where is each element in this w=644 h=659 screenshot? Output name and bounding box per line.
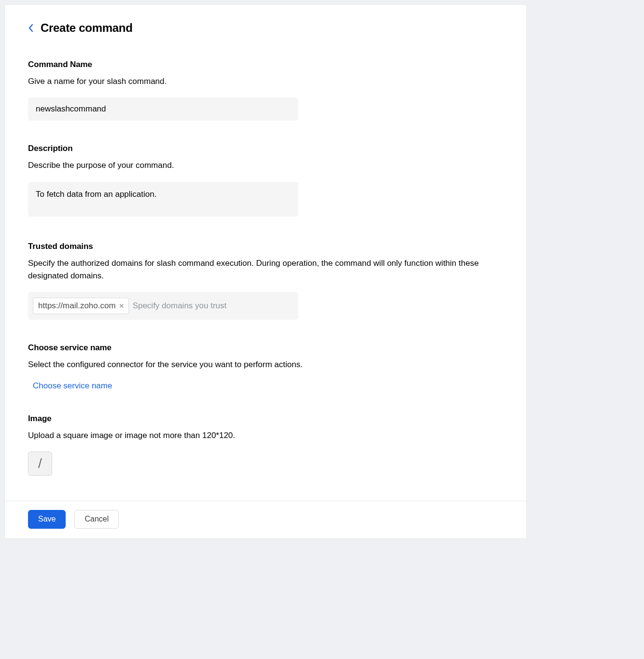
field-image: Image Upload a square image or image not… (28, 414, 503, 476)
close-icon[interactable]: ✕ (119, 302, 125, 309)
description-input[interactable] (28, 182, 298, 217)
domain-chip-text: https://mail.zoho.com (38, 301, 116, 311)
page-title: Create command (41, 21, 133, 35)
command-name-label: Command Name (28, 60, 503, 69)
description-help: Describe the purpose of your command. (28, 159, 503, 172)
description-label: Description (28, 144, 503, 153)
command-name-help: Give a name for your slash command. (28, 75, 503, 88)
save-button[interactable]: Save (28, 510, 66, 529)
back-chevron-icon[interactable] (28, 24, 34, 32)
field-command-name: Command Name Give a name for your slash … (28, 60, 503, 121)
service-label: Choose service name (28, 343, 503, 353)
trusted-domains-label: Trusted domains (28, 242, 503, 251)
image-upload-box[interactable]: / (28, 452, 52, 476)
create-command-panel: Create command Command Name Give a name … (5, 5, 526, 538)
panel-header: Create command (28, 21, 503, 35)
trusted-domains-input-wrap[interactable]: https://mail.zoho.com ✕ (28, 292, 298, 320)
field-service-name: Choose service name Select the configure… (28, 343, 503, 390)
domain-chip: https://mail.zoho.com ✕ (33, 298, 129, 314)
image-help: Upload a square image or image not more … (28, 429, 503, 442)
command-name-input[interactable] (28, 97, 298, 121)
field-trusted-domains: Trusted domains Specify the authorized d… (28, 242, 503, 320)
field-description: Description Describe the purpose of your… (28, 144, 503, 218)
choose-service-link[interactable]: Choose service name (33, 381, 112, 391)
image-label: Image (28, 414, 503, 424)
service-help: Select the configured connector for the … (28, 358, 503, 371)
trusted-domains-input[interactable] (133, 301, 294, 311)
slash-icon: / (38, 456, 42, 471)
trusted-domains-help: Specify the authorized domains for slash… (28, 257, 503, 283)
cancel-button[interactable]: Cancel (74, 510, 119, 529)
footer-bar: Save Cancel (5, 501, 526, 538)
